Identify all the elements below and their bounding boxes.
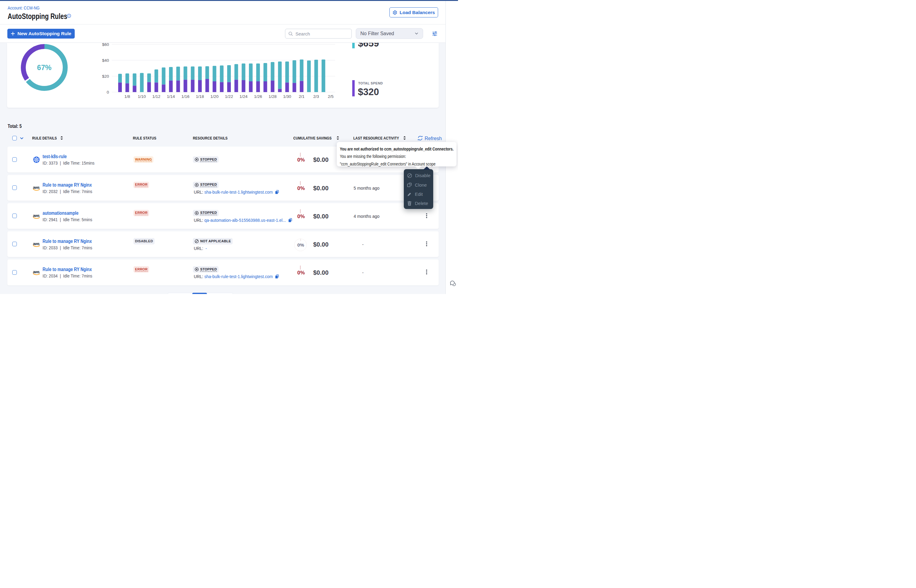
svg-text:1/16: 1/16 [181,94,189,99]
svg-text:aws: aws [33,270,40,274]
svg-text:1/18: 1/18 [196,94,204,99]
svg-text:0: 0 [107,90,109,95]
svg-text:TOTAL SPEND: TOTAL SPEND [358,81,383,85]
svg-text:1/10: 1/10 [138,94,146,99]
svg-text:aws: aws [33,241,40,246]
svg-text:aws: aws [33,185,40,189]
svg-text:aws: aws [33,213,40,218]
svg-text:$320: $320 [358,87,379,97]
svg-text:1/14: 1/14 [167,94,175,99]
svg-text:1/28: 1/28 [269,94,277,99]
svg-text:2/3: 2/3 [313,94,319,99]
svg-text:1/8: 1/8 [124,94,130,99]
svg-text:$40: $40 [102,58,109,63]
svg-text:$60: $60 [102,43,109,47]
svg-text:1/24: 1/24 [240,94,248,99]
svg-text:1/20: 1/20 [210,94,218,99]
svg-text:$20: $20 [102,74,109,79]
svg-text:67%: 67% [37,64,52,71]
svg-text:1/30: 1/30 [283,94,291,99]
svg-text:2/1: 2/1 [299,94,304,99]
svg-text:$659: $659 [358,43,379,48]
svg-text:1/26: 1/26 [254,94,262,99]
svg-text:1/22: 1/22 [225,94,233,99]
svg-text:1/12: 1/12 [152,94,160,99]
svg-text:2/5: 2/5 [328,94,334,99]
